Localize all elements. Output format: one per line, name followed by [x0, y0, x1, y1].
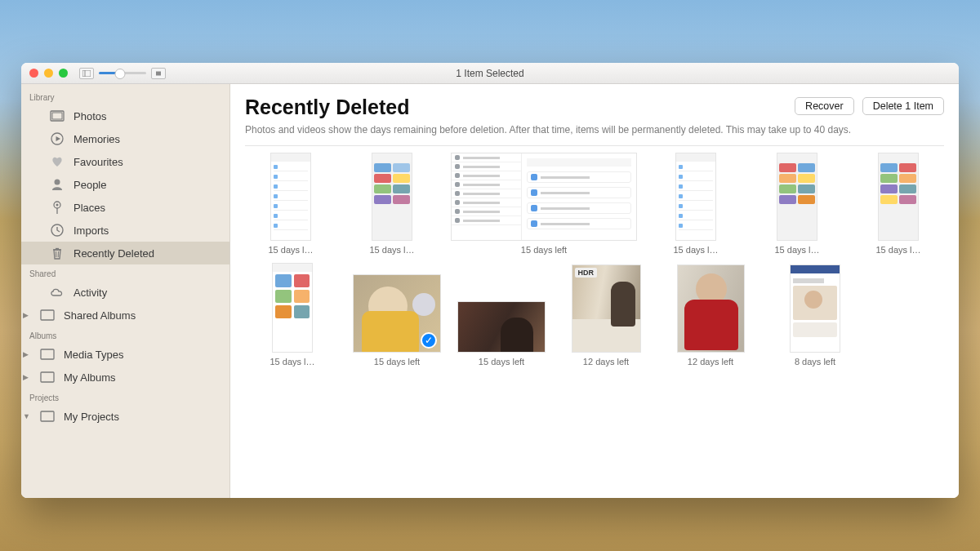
sidebar-item-imports[interactable]: Imports [21, 219, 229, 242]
sidebar-item-label: My Projects [64, 411, 119, 423]
days-remaining-label: 15 days l… [270, 357, 314, 367]
photo-grid: 15 days l…15 days l…15 days left15 days … [230, 146, 959, 381]
days-remaining-label: 8 days left [795, 357, 835, 367]
svg-rect-0 [82, 70, 91, 77]
photo-thumbnail[interactable]: 15 days l… [240, 263, 345, 367]
photo-thumbnail[interactable]: 15 days l… [341, 153, 443, 255]
album-icon [39, 408, 56, 424]
close-window-button[interactable] [29, 69, 38, 78]
svg-point-9 [56, 204, 59, 207]
sidebar-item-label: Shared Albums [64, 309, 136, 322]
minimize-window-button[interactable] [44, 69, 53, 78]
person-icon [49, 176, 65, 193]
disclosure-triangle-icon[interactable]: ▶ [23, 373, 31, 381]
photo-thumbnail[interactable]: 15 days l… [848, 153, 949, 255]
disclosure-triangle-icon[interactable]: ▶ [23, 350, 31, 358]
window-controls [21, 69, 68, 78]
svg-rect-18 [41, 372, 54, 382]
memories-icon [49, 131, 65, 147]
sidebar-item-my-albums[interactable]: ▶ My Albums [21, 366, 229, 389]
clock-icon [49, 222, 65, 238]
photo-thumbnail[interactable]: 15 days l… [645, 153, 746, 255]
trash-icon [49, 245, 65, 261]
sidebar-item-memories[interactable]: Memories [21, 127, 229, 150]
section-header-library: Library [21, 88, 229, 104]
sidebar-item-label: My Albums [64, 371, 116, 384]
photo-thumbnail[interactable]: 15 days l… [240, 153, 341, 255]
sidebar-item-media-types[interactable]: ▶ Media Types [21, 343, 229, 366]
days-remaining-label: 12 days left [583, 357, 629, 367]
header-actions: Recover Delete 1 Item [795, 97, 944, 115]
photo-thumbnail[interactable]: HDR12 days left [554, 264, 658, 367]
days-remaining-label: 15 days l… [673, 245, 718, 255]
disclosure-triangle-icon[interactable]: ▶ [23, 311, 31, 319]
hdr-badge: HDR [575, 268, 598, 278]
heart-icon [49, 153, 65, 170]
cloud-icon [49, 284, 65, 300]
sidebar-item-label: Recently Deleted [74, 247, 154, 260]
photo-thumbnail[interactable]: 15 days l… [746, 153, 848, 255]
days-remaining-label: 15 days l… [369, 245, 414, 255]
svg-rect-2 [156, 71, 161, 75]
svg-point-7 [55, 180, 60, 185]
days-remaining-label: 12 days left [688, 357, 733, 367]
section-header-projects: Projects [21, 389, 229, 405]
album-icon [39, 346, 56, 362]
photos-icon [49, 108, 65, 124]
svg-rect-17 [41, 349, 54, 359]
album-icon [39, 369, 56, 385]
days-remaining-label: 15 days left [479, 357, 524, 367]
days-remaining-label: 15 days l… [268, 245, 313, 255]
photo-thumbnail[interactable]: 15 days left [449, 301, 554, 367]
svg-rect-4 [52, 113, 62, 119]
header-subtext: Photos and videos show the days remainin… [245, 124, 944, 136]
sidebar-item-label: Photos [74, 110, 106, 122]
sidebar-item-label: Favourites [74, 156, 123, 168]
svg-marker-6 [56, 136, 61, 141]
sidebar-item-places[interactable]: Places [21, 196, 229, 219]
sidebar-item-activity[interactable]: Activity [21, 281, 229, 304]
columns-layout-icon[interactable] [79, 68, 94, 79]
toolbar-controls [79, 68, 166, 79]
photo-thumbnail[interactable]: 15 days left [443, 153, 645, 255]
sidebar-item-label: Media Types [64, 349, 123, 361]
section-header-albums: Albums [21, 327, 229, 343]
disclosure-triangle-icon[interactable]: ▼ [23, 412, 31, 420]
album-icon [39, 307, 56, 323]
svg-rect-16 [41, 310, 54, 320]
photo-thumbnail[interactable]: ✓15 days left [345, 274, 449, 367]
section-header-shared: Shared [21, 264, 229, 281]
page-title: Recently Deleted [245, 96, 409, 119]
main-content: Recently Deleted Recover Delete 1 Item P… [230, 84, 959, 498]
sidebar-item-recently-deleted[interactable]: Recently Deleted [21, 242, 229, 264]
photo-thumbnail[interactable]: 12 days left [658, 264, 763, 367]
sidebar-item-favourites[interactable]: Favourites [21, 150, 229, 173]
days-remaining-label: 15 days l… [774, 245, 819, 255]
pin-icon [49, 199, 65, 216]
zoom-slider[interactable] [99, 72, 146, 74]
days-remaining-label: 15 days l… [875, 245, 920, 255]
sidebar-item-photos[interactable]: Photos [21, 104, 229, 127]
sidebar: Library Photos Memories Favourites Peopl… [21, 84, 230, 498]
svg-rect-19 [41, 411, 54, 421]
sidebar-item-shared-albums[interactable]: ▶ Shared Albums [21, 304, 229, 327]
sidebar-item-label: Imports [74, 224, 109, 237]
selection-badge-icon: ✓ [421, 332, 437, 349]
sidebar-item-label: Places [74, 202, 105, 214]
recover-button[interactable]: Recover [795, 97, 854, 115]
sidebar-item-label: People [74, 179, 106, 191]
delete-button[interactable]: Delete 1 Item [862, 97, 944, 115]
days-remaining-label: 15 days left [521, 245, 567, 255]
zoom-window-button[interactable] [59, 69, 68, 78]
sidebar-item-label: Activity [74, 287, 107, 299]
app-window: 1 Item Selected Library Photos Memories … [21, 63, 959, 498]
sidebar-item-label: Memories [74, 133, 120, 145]
sidebar-item-people[interactable]: People [21, 173, 229, 196]
titlebar: 1 Item Selected [21, 63, 959, 84]
days-remaining-label: 15 days left [374, 357, 420, 367]
photo-thumbnail[interactable]: 8 days left [763, 264, 867, 367]
sidebar-item-my-projects[interactable]: ▼ My Projects [21, 405, 229, 428]
thumbnail-layout-icon[interactable] [151, 68, 166, 79]
